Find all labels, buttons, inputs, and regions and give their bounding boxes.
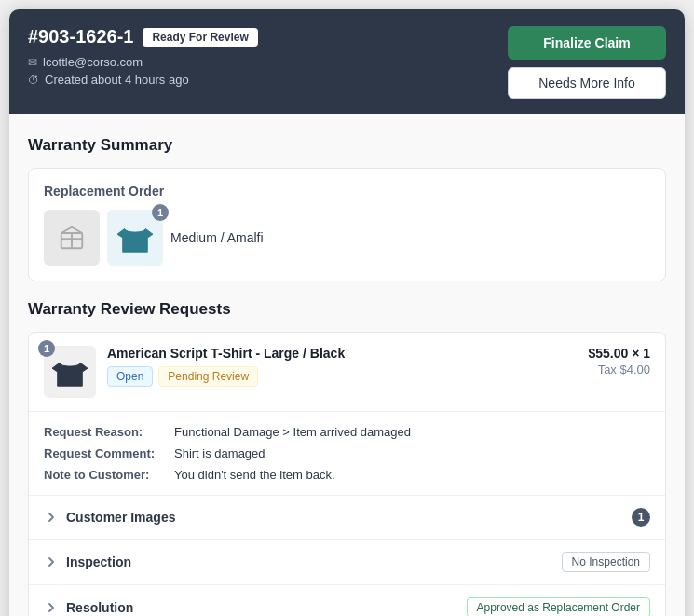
- email-row: ✉ lcottle@corso.com: [28, 55, 258, 69]
- accordion-customer-images: Customer Images 1: [29, 496, 665, 540]
- request-reason-label: Request Reason:: [44, 425, 174, 439]
- email-icon: ✉: [28, 56, 37, 69]
- box-icon: [58, 224, 86, 252]
- replacement-order-items: 1 Medium / Amalfi: [44, 210, 650, 266]
- review-item-image: 1: [44, 346, 96, 398]
- warranty-summary-title: Warranty Summary: [28, 136, 666, 155]
- review-item-name: American Script T-Shirt - Large / Black: [107, 346, 577, 361]
- accordion-customer-images-header[interactable]: Customer Images 1: [29, 496, 665, 539]
- needs-more-info-button[interactable]: Needs More Info: [508, 67, 666, 99]
- accordion-right-inspection: No Inspection: [562, 552, 650, 572]
- accordion-left: Customer Images: [44, 510, 175, 525]
- header-right: Finalize Claim Needs More Info: [508, 26, 666, 99]
- accordion-left-resolution: Resolution: [44, 600, 133, 615]
- email-value: lcottle@corso.com: [43, 55, 143, 69]
- header: #903-1626-1 Ready For Review ✉ lcottle@c…: [9, 9, 685, 114]
- accordion-left-inspection: Inspection: [44, 554, 131, 569]
- price-tax: Tax $4.00: [588, 363, 650, 376]
- request-comment-label: Request Comment:: [44, 446, 174, 460]
- status-badge: Ready For Review: [143, 28, 257, 47]
- review-item-price: $55.00 × 1 Tax $4.00: [588, 346, 650, 376]
- main-window: #903-1626-1 Ready For Review ✉ lcottle@c…: [9, 9, 685, 616]
- request-reason-value: Functional Damage > Item arrived damaged: [174, 425, 411, 439]
- review-details: Request Reason: Functional Damage > Item…: [29, 412, 665, 496]
- customer-images-count: 1: [632, 508, 650, 527]
- accordion-resolution: Resolution Approved as Replacement Order: [29, 585, 665, 616]
- main-content: Warranty Summary Replacement Order 1: [9, 114, 685, 616]
- claim-id: #903-1626-1: [28, 26, 133, 48]
- header-meta: ✉ lcottle@corso.com ⏱ Created about 4 ho…: [28, 55, 258, 87]
- review-tshirt-icon: [52, 354, 88, 390]
- approved-replacement-tag: Approved as Replacement Order: [467, 597, 650, 616]
- note-label: Note to Customer:: [44, 468, 174, 482]
- accordion-right-images: 1: [632, 508, 650, 527]
- item-quantity-badge: 1: [152, 204, 169, 221]
- inspection-label: Inspection: [66, 554, 131, 569]
- accordion-right-resolution: Approved as Replacement Order: [467, 597, 650, 616]
- accordion-resolution-header[interactable]: Resolution Approved as Replacement Order: [29, 585, 665, 616]
- item-variant-label: Medium / Amalfi: [170, 230, 264, 245]
- review-item-tags: Open Pending Review: [107, 366, 577, 387]
- review-item-header: 1 American Script T-Shirt - Large / Blac…: [29, 333, 665, 412]
- placeholder-icon-box: [44, 210, 100, 266]
- replacement-order-label: Replacement Order: [44, 184, 650, 198]
- finalize-claim-button[interactable]: Finalize Claim: [508, 26, 666, 60]
- header-left: #903-1626-1 Ready For Review ✉ lcottle@c…: [28, 26, 258, 87]
- warranty-review-card: 1 American Script T-Shirt - Large / Blac…: [28, 332, 666, 616]
- tag-pending-review: Pending Review: [158, 366, 258, 387]
- clock-icon: ⏱: [28, 74, 39, 87]
- chevron-right-icon-inspection: [44, 554, 59, 569]
- title-row: #903-1626-1 Ready For Review: [28, 26, 258, 48]
- note-value: You didn't send the item back.: [174, 468, 335, 482]
- resolution-label: Resolution: [66, 600, 133, 615]
- warranty-summary-card: Replacement Order 1: [28, 168, 666, 281]
- customer-images-label: Customer Images: [66, 510, 175, 525]
- tshirt-icon: [117, 220, 153, 255]
- review-item-badge: 1: [38, 340, 55, 357]
- tag-open: Open: [107, 366, 153, 387]
- detail-note: Note to Customer: You didn't send the it…: [44, 468, 650, 482]
- detail-request-reason: Request Reason: Functional Damage > Item…: [44, 425, 650, 439]
- review-item-info: American Script T-Shirt - Large / Black …: [107, 346, 577, 387]
- request-comment-value: Shirt is damaged: [174, 446, 265, 460]
- chevron-right-icon-resolution: [44, 600, 59, 615]
- created-row: ⏱ Created about 4 hours ago: [28, 73, 258, 87]
- price-main: $55.00 × 1: [588, 346, 650, 361]
- detail-request-comment: Request Comment: Shirt is damaged: [44, 446, 650, 460]
- shirt-item-box: 1: [107, 210, 163, 266]
- warranty-review-title: Warranty Review Requests: [28, 300, 666, 319]
- accordion-inspection: Inspection No Inspection: [29, 540, 665, 585]
- chevron-right-icon: [44, 510, 59, 525]
- created-value: Created about 4 hours ago: [45, 73, 189, 87]
- no-inspection-tag: No Inspection: [562, 552, 650, 572]
- accordion-inspection-header[interactable]: Inspection No Inspection: [29, 540, 665, 584]
